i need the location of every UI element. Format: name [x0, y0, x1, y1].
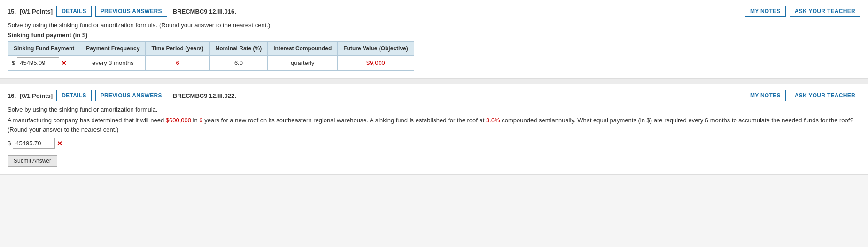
question-15-block: 15. [0/1 Points] DETAILS PREVIOUS ANSWER…: [0, 0, 868, 79]
question-15-points: [0/1 Points]: [20, 8, 53, 15]
nominal-rate-cell: 6.0: [209, 56, 268, 71]
payment-clear-icon[interactable]: ✕: [61, 59, 67, 67]
payment-cell: $ ✕: [8, 56, 80, 71]
q16-right-buttons: MY NOTES ASK YOUR TEACHER: [745, 90, 860, 101]
col-header-nominal: Nominal Rate (%): [209, 42, 268, 56]
q15-instruction: Solve by using the sinking fund or amort…: [8, 22, 860, 29]
payment-input-wrapper: $ ✕: [12, 57, 76, 68]
highlight-3-6: 3.6%: [486, 117, 500, 124]
col-header-frequency: Payment Frequency: [80, 42, 146, 56]
table-row: $ ✕ every 3 months 6 6.0 quarterly $9,00…: [8, 56, 414, 71]
question-15-number: 15.: [8, 8, 16, 15]
col-header-time: Time Period (years): [146, 42, 209, 56]
submit-answer-button[interactable]: Submit Answer: [8, 155, 57, 167]
q16-prev-answers-button[interactable]: PREVIOUS ANSWERS: [95, 90, 167, 101]
highlight-6: 6: [199, 117, 202, 124]
question-separator: [0, 79, 868, 84]
q16-input-row: $ ✕: [8, 138, 860, 149]
future-value-cell: $9,000: [338, 56, 414, 71]
q16-ask-teacher-button[interactable]: ASK YOUR TEACHER: [790, 90, 860, 101]
time-period-cell: 6: [146, 56, 209, 71]
q16-my-notes-button[interactable]: MY NOTES: [745, 90, 786, 101]
q15-prev-answers-button[interactable]: PREVIOUS ANSWERS: [95, 6, 167, 17]
q16-clear-icon[interactable]: ✕: [57, 140, 62, 147]
q15-my-notes-button[interactable]: MY NOTES: [745, 6, 786, 17]
question-16-points: [0/1 Points]: [20, 92, 53, 99]
question-15-code: BRECMBC9 12.III.016.: [173, 8, 236, 15]
q15-details-button[interactable]: DETAILS: [56, 6, 92, 17]
q16-details-button[interactable]: DETAILS: [56, 90, 92, 101]
q16-answer-input[interactable]: [13, 138, 55, 149]
interest-compounded-cell: quarterly: [268, 56, 338, 71]
q15-ask-teacher-button[interactable]: ASK YOUR TEACHER: [790, 6, 860, 17]
q16-body-text: A manufacturing company has determined t…: [8, 116, 860, 134]
question-16-header: 16. [0/1 Points] DETAILS PREVIOUS ANSWER…: [8, 90, 860, 101]
payment-input[interactable]: [17, 57, 59, 68]
col-header-interest: Interest Compounded: [268, 42, 338, 56]
highlight-600000: $600,000: [166, 117, 191, 124]
frequency-cell: every 3 months: [80, 56, 146, 71]
question-15-header: 15. [0/1 Points] DETAILS PREVIOUS ANSWER…: [8, 6, 860, 17]
col-header-future: Future Value (Objective): [338, 42, 414, 56]
q16-submit-wrapper: Submit Answer: [8, 152, 860, 167]
q15-right-buttons: MY NOTES ASK YOUR TEACHER: [745, 6, 860, 17]
q15-table: Sinking Fund Payment Payment Frequency T…: [8, 41, 414, 71]
question-16-block: 16. [0/1 Points] DETAILS PREVIOUS ANSWER…: [0, 84, 868, 175]
col-header-payment: Sinking Fund Payment: [8, 42, 80, 56]
q16-instruction: Solve by using the sinking fund or amort…: [8, 106, 860, 113]
question-16-number: 16.: [8, 92, 16, 99]
question-16-code: BRECMBC9 12.III.022.: [173, 92, 236, 99]
q15-subheading: Sinking fund payment (in $): [8, 32, 860, 39]
